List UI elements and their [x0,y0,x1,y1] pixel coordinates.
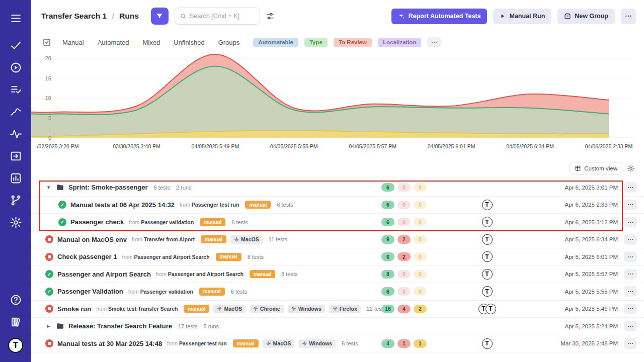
help-icon[interactable] [10,294,22,306]
search-input[interactable] [190,13,255,20]
chevron-right-icon[interactable]: ▸ [45,323,52,329]
run-title[interactable]: Smoke run [57,305,91,313]
run-title[interactable]: Manual tests at 30 Mar 2025 14:48 [57,340,162,347]
group-title[interactable]: Release: Transfer Search Feature [68,322,172,330]
run-title[interactable]: Passenger and Airport Search [57,270,151,278]
env-badge-macos: MacOS [213,305,246,313]
run-row[interactable]: Check passenger 1from Passenger and Airp… [31,248,644,266]
env-badge-firefox: Firefox [329,305,361,313]
manual-run-button[interactable]: Manual Run [493,9,551,24]
tests-count: 8 tests [248,254,264,260]
metrics-icon[interactable] [10,106,22,118]
sidebar: T [0,0,31,362]
tab-groups[interactable]: Groups [218,39,240,46]
row-more-button[interactable] [624,304,637,314]
run-source: from Transfer from Aiport [132,236,195,242]
run-title[interactable]: Passenger check [70,218,124,226]
filter-tag-to-review[interactable]: To Review [334,38,372,47]
row-more-button[interactable] [624,251,637,262]
avatar[interactable]: T [482,217,493,227]
menu-icon[interactable] [10,12,22,25]
tab-unfinished[interactable]: Unfinished [174,39,204,46]
group-row[interactable]: ▾Sprint: Smoke-passenger6 tests2 runs600… [31,179,644,197]
custom-view-button[interactable]: Custom view [570,162,622,174]
avatar[interactable]: T [482,251,493,262]
tests-icon[interactable] [10,39,22,52]
dots-icon [627,340,634,347]
settings-icon[interactable] [10,216,22,229]
chevron-down-icon[interactable]: ▾ [45,184,52,191]
avatar-group: T [437,269,537,280]
x-axis-label: 03/30/2025 2:48 PM [113,143,160,149]
tab-manual[interactable]: Manual [62,39,84,46]
failed-count-badge: 0 [397,218,411,226]
run-row[interactable]: ✓Passenger Validationfrom Passenger vali… [31,283,644,301]
failed-count-badge: 1 [397,339,411,348]
result-badges: 1642 [381,305,437,313]
group-row[interactable]: ▸Release: Transfer Search Feature17 test… [31,318,644,335]
run-title[interactable]: Manual tests at 06 Apr 2025 14:32 [70,201,175,209]
search-box[interactable] [175,8,260,25]
failed-count-badge: 0 [397,270,411,279]
run-row[interactable]: Smoke runfrom Smoke test Transfer Search… [31,301,644,318]
row-more-button[interactable] [624,217,637,227]
checklist-icon[interactable] [42,38,51,47]
row-more-button[interactable] [624,321,637,331]
row-more-button[interactable] [624,200,637,210]
topbar: Transfer Search 1 / Runs Report Automate… [31,0,644,32]
app-logo[interactable]: T [8,338,23,353]
run-row[interactable]: Manual on MacOS envfrom Transfer from Ai… [31,231,644,249]
run-row[interactable]: Manual tests at 30 Mar 2025 14:48from Pa… [31,335,644,353]
x-axis-label: /02/2025 3:20 PM [37,143,79,149]
x-axis-label: 04/05/2025 5:49 PM [192,143,239,149]
sliders-icon[interactable] [266,12,275,21]
header-more-button[interactable] [621,9,636,24]
run-row[interactable]: ✓Manual tests at 06 Apr 2025 14:32from P… [31,197,644,214]
activity-icon[interactable] [10,128,22,140]
filter-tag-type[interactable]: Type [304,38,328,47]
row-more-button[interactable] [624,182,637,193]
run-title[interactable]: Check passenger 1 [57,253,117,260]
tests-count: 6 tests [342,340,358,346]
chrome-icon [253,306,258,311]
run-date: Apr 5, 2025 5:24 PM [537,323,618,329]
runs-icon[interactable] [10,61,22,74]
avatar[interactable]: T [482,269,493,280]
tags-more-button[interactable] [427,37,441,47]
filter-button[interactable] [151,8,169,25]
row-more-button[interactable] [624,286,637,297]
new-group-button[interactable]: New Group [557,9,615,24]
run-date: Apr 6, 2025 2:33 PM [537,202,618,208]
manual-badge: manual [200,218,225,226]
analytics-icon[interactable] [10,172,22,185]
runs-table: ▾Sprint: Smoke-passenger6 tests2 runs600… [31,179,644,352]
status-passed-icon: ✓ [58,218,66,226]
avatar[interactable]: T [482,338,493,349]
library-icon[interactable] [10,316,22,328]
plans-icon[interactable] [10,83,22,96]
tab-mixed[interactable]: Mixed [143,39,160,46]
group-title[interactable]: Sprint: Smoke-passenger [68,184,148,191]
view-settings-icon[interactable] [627,164,635,172]
filter-tag-automatable[interactable]: Automatable [253,38,298,47]
view-toolbar: Custom view [31,162,644,174]
run-title[interactable]: Passenger Validation [57,288,123,295]
row-more-button[interactable] [624,338,637,349]
run-row[interactable]: ✓Passenger checkfrom Passenger validatio… [31,214,644,231]
branches-icon[interactable] [10,194,22,207]
report-automated-tests-button[interactable]: Report Automated Tests [391,9,488,24]
skipped-count-badge: 0 [414,183,427,192]
avatar[interactable]: T [486,304,496,314]
tab-automated[interactable]: Automated [98,39,129,46]
row-more-button[interactable] [624,269,637,280]
row-more-button[interactable] [624,234,637,245]
breadcrumb-project[interactable]: Transfer Search 1 [41,12,107,20]
run-date: Apr 5, 2025 6:01 PM [537,254,618,260]
import-icon[interactable] [10,150,22,162]
avatar[interactable]: T [482,200,493,210]
run-row[interactable]: ✓Passenger and Airport Searchfrom Passen… [31,266,644,284]
run-title[interactable]: Manual on MacOS env [57,236,127,243]
avatar[interactable]: T [482,234,493,245]
filter-tag-localization[interactable]: Localization [378,38,421,47]
avatar[interactable]: T [482,286,493,297]
